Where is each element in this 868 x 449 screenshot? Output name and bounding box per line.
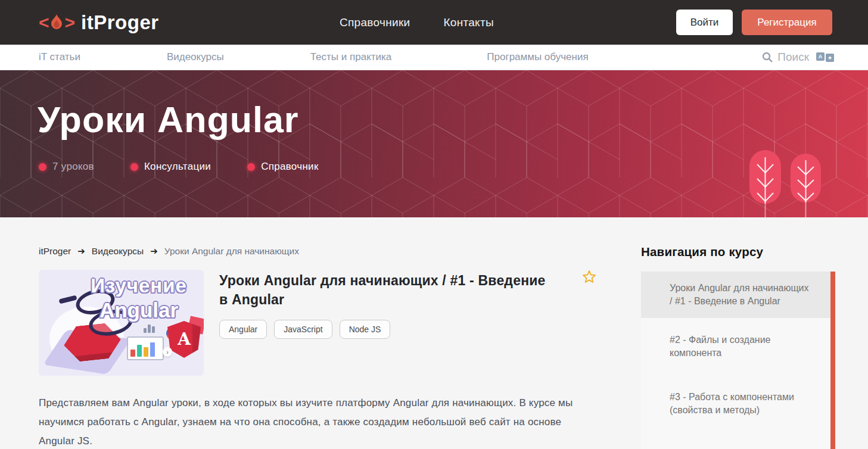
register-button[interactable]: Регистрация [742, 10, 832, 35]
top-nav: Справочники Контакты [340, 16, 494, 29]
course-nav-item-4[interactable]: #4 - Работа с HTML и [641, 432, 830, 449]
course-header-row: A › Изучение Angular Уроки Angular для н… [39, 270, 602, 376]
badge-consultations: Консультации [130, 161, 211, 173]
thumb-title: Изучение Angular [79, 275, 198, 322]
angular-shield-icon: A › [167, 321, 201, 358]
subnav-tests-practice[interactable]: Тесты и практика [310, 51, 392, 63]
course-thumbnail: A › Изучение Angular [39, 270, 204, 376]
hero-badges: 7 уроков Консультации Справочник [39, 161, 319, 173]
course-nav-item-2[interactable]: #2 - Файлы и создание компонента [641, 318, 830, 375]
auth-buttons: Войти Регистрация [676, 10, 832, 35]
breadcrumb-home[interactable]: itProger [39, 246, 71, 257]
brand-text: itProger [81, 11, 159, 34]
brand-logo[interactable]: < > itProger [39, 11, 159, 34]
course-head: Уроки Angular для начинающих / #1 - Введ… [219, 270, 553, 376]
red-dot-icon [130, 163, 138, 171]
hero-title: Уроки Angular [38, 99, 299, 141]
course-title: Уроки Angular для начинающих / #1 - Введ… [219, 271, 553, 309]
search-label: Поиск [777, 51, 809, 64]
panel-scrollbar[interactable] [830, 272, 835, 449]
course-description: Представляем вам Angular уроки, в ходе к… [39, 394, 599, 449]
tree-decoration-icon [791, 154, 821, 217]
chevron-circle-icon: › [163, 347, 172, 357]
top-header: < > itProger Справочники Контакты Войти … [0, 0, 868, 45]
nav-spravochniki[interactable]: Справочники [340, 16, 410, 29]
course-nav-item-1[interactable]: Уроки Angular для начинающих / #1 - Введ… [641, 272, 830, 318]
course-tags: Angular JavaScript Node JS [219, 320, 553, 339]
nav-kontakty[interactable]: Контакты [443, 16, 493, 29]
breadcrumb-arrow-icon: ➔ [77, 246, 85, 257]
translate-icon[interactable]: A ★ [816, 52, 834, 62]
login-button[interactable]: Войти [676, 10, 733, 35]
cube-pattern [0, 70, 868, 217]
badge-lessons: 7 уроков [39, 161, 94, 173]
tree-decoration-icon [749, 150, 781, 217]
logo-flame-icon: < > [39, 14, 74, 32]
badge-reference: Справочник [247, 161, 319, 173]
tag-angular[interactable]: Angular [219, 320, 267, 339]
page: < > itProger Справочники Контакты Войти … [0, 0, 868, 449]
chart-monitor-icon [127, 336, 164, 360]
red-dot-icon [39, 163, 46, 171]
main-content: itProger ➔ Видеокурсы ➔ Уроки Angular дл… [0, 217, 868, 449]
flame-icon [49, 14, 64, 32]
translate-a-box: A [816, 52, 825, 61]
course-nav-item-3[interactable]: #3 - Работа с компонентами (свойства и м… [641, 375, 830, 432]
sub-nav: iT статьи Видеокурсы Тесты и практика Пр… [0, 45, 868, 70]
tag-javascript[interactable]: JavaScript [274, 320, 332, 339]
sidebar-heading: Навигация по курсу [641, 245, 835, 259]
search-icon [762, 52, 773, 63]
search[interactable]: Поиск [762, 51, 809, 64]
favorite-star-icon[interactable] [582, 270, 596, 286]
breadcrumb-arrow-icon: ➔ [150, 246, 158, 257]
magnifier-handle-icon [58, 295, 77, 304]
subnav-programs[interactable]: Программы обучения [487, 51, 588, 63]
hero-banner: Уроки Angular 7 уроков Консультации Спра… [0, 70, 868, 217]
tag-nodejs[interactable]: Node JS [340, 320, 391, 339]
subnav-it-articles[interactable]: iT статьи [39, 51, 80, 63]
subnav-video-courses[interactable]: Видеокурсы [167, 51, 224, 63]
bar-chart-icon [144, 325, 155, 333]
breadcrumb-current: Уроки Angular для начинающих [164, 246, 299, 257]
course-nav-sidebar: Навигация по курсу Уроки Angular для нач… [641, 245, 835, 449]
translate-star-box: ★ [826, 54, 834, 62]
red-dot-icon [247, 163, 255, 171]
course-nav-panel: Уроки Angular для начинающих / #1 - Введ… [641, 272, 835, 449]
breadcrumb-courses[interactable]: Видеокурсы [92, 246, 144, 257]
